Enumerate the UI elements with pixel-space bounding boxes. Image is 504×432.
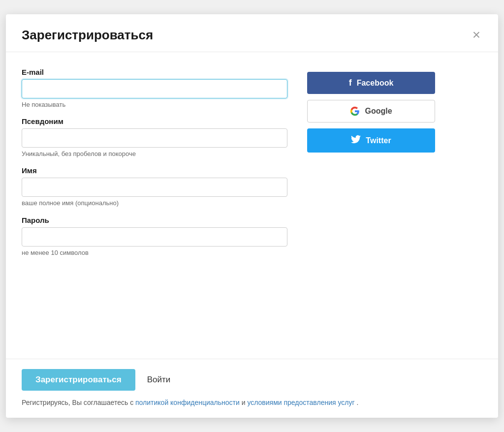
modal-header: Зарегистрироваться ×: [6, 14, 498, 52]
nickname-group: Псевдоним Уникальный, без пробелов и пок…: [22, 117, 287, 158]
google-label: Google: [365, 107, 392, 116]
modal-title: Зарегистрироваться: [22, 28, 153, 43]
password-input[interactable]: [22, 227, 287, 247]
form-section: E-mail Не показывать Псевдоним Уникальны…: [22, 68, 287, 343]
password-group: Пароль не менее 10 символов: [22, 216, 287, 257]
password-label: Пароль: [22, 216, 287, 224]
facebook-button[interactable]: f Facebook: [307, 72, 435, 94]
privacy-policy-link[interactable]: политикой конфиденциальности: [135, 399, 240, 406]
twitter-icon: [351, 134, 361, 147]
terms-text-3: .: [356, 399, 358, 406]
nickname-input[interactable]: [22, 128, 287, 148]
login-button[interactable]: Войти: [147, 369, 171, 391]
terms-text-1: Регистрируясь, Вы соглашаетесь с: [22, 399, 135, 406]
email-input[interactable]: [22, 79, 287, 98]
name-hint: ваше полное имя (опционально): [22, 199, 287, 208]
password-hint: не менее 10 символов: [22, 248, 287, 257]
terms-of-service-link[interactable]: условиями предоставления услуг: [247, 399, 354, 406]
registration-modal: Зарегистрироваться × E-mail Не показыват…: [6, 14, 498, 418]
google-icon: [350, 106, 360, 116]
modal-footer: Зарегистрироваться Войти Регистрируясь, …: [6, 359, 498, 418]
facebook-icon: f: [349, 78, 352, 88]
social-section: f Facebook Google Twitter: [307, 68, 435, 343]
terms-text-2: и: [242, 399, 248, 406]
facebook-label: Facebook: [357, 79, 394, 88]
name-input[interactable]: [22, 178, 287, 197]
twitter-label: Twitter: [366, 136, 391, 145]
footer-terms: Регистрируясь, Вы соглашаетесь с политик…: [22, 398, 482, 408]
google-button[interactable]: Google: [307, 100, 435, 123]
twitter-button[interactable]: Twitter: [307, 128, 435, 153]
email-group: E-mail Не показывать: [22, 68, 287, 109]
modal-body: E-mail Не показывать Псевдоним Уникальны…: [6, 52, 498, 343]
register-button[interactable]: Зарегистрироваться: [22, 369, 135, 391]
nickname-label: Псевдоним: [22, 117, 287, 125]
name-label: Имя: [22, 166, 287, 175]
email-hint: Не показывать: [22, 100, 287, 109]
name-group: Имя ваше полное имя (опционально): [22, 166, 287, 208]
close-button[interactable]: ×: [471, 26, 482, 44]
email-label: E-mail: [22, 68, 287, 76]
footer-actions: Зарегистрироваться Войти: [22, 369, 482, 391]
nickname-hint: Уникальный, без пробелов и покороче: [22, 150, 287, 158]
